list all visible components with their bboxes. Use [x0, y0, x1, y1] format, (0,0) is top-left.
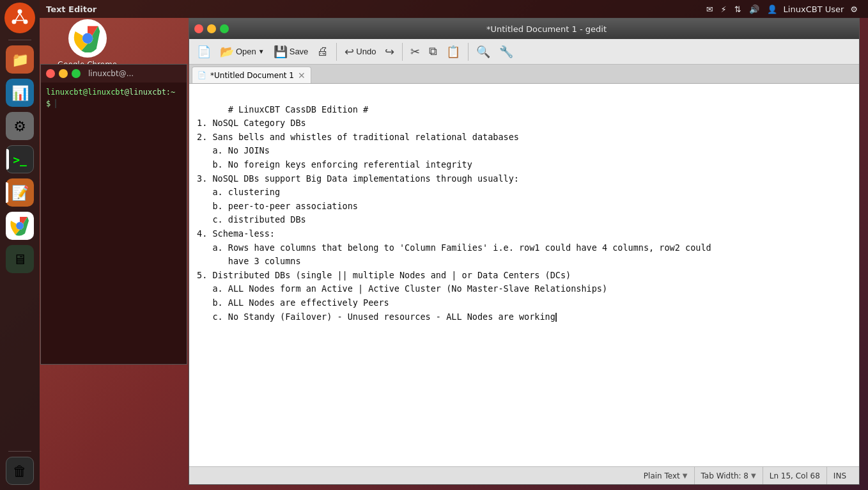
- replace-button[interactable]: 🔧: [495, 42, 517, 62]
- terminal-min-btn[interactable]: [59, 69, 68, 78]
- gedit-max-btn[interactable]: [220, 24, 229, 33]
- redo-button[interactable]: ↪: [381, 42, 398, 62]
- sidebar-item-text-editor[interactable]: 📝: [6, 178, 34, 207]
- terminal-title: linuxcbt@...: [88, 69, 134, 78]
- plain-text-label: Plain Text: [644, 471, 680, 480]
- svg-point-7: [82, 33, 93, 44]
- redo-icon: ↪: [385, 45, 394, 59]
- mode-label: INS: [833, 471, 846, 480]
- tab-width-arrow: ▼: [751, 472, 756, 479]
- undo-button[interactable]: ↩ Undo: [341, 42, 380, 62]
- screen-icon: 🖥: [13, 251, 27, 267]
- gedit-toolbar: 📄 📂 Open ▼ 💾 Save 🖨 ↩ Undo ↪: [189, 39, 859, 65]
- undo-label: Undo: [356, 47, 376, 56]
- print-icon: 🖨: [317, 45, 329, 58]
- statusbar-plain-text[interactable]: Plain Text ▼: [637, 467, 695, 484]
- cut-button[interactable]: ✂: [407, 42, 424, 62]
- print-button[interactable]: 🖨: [313, 42, 332, 62]
- sidebar-item-presentation[interactable]: 📊: [6, 79, 34, 107]
- terminal-window: linuxcbt@... linuxcbt@linuxcbt@linuxcbt:…: [40, 64, 187, 365]
- toolbar-sep-1: [336, 43, 337, 61]
- paste-button[interactable]: 📋: [442, 42, 464, 62]
- files-icon: 📁: [12, 52, 29, 68]
- open-icon: 📂: [220, 45, 234, 59]
- sidebar: 📁 📊 ⚙ >_ 📝: [0, 0, 40, 490]
- sidebar-item-trash[interactable]: 🗑: [6, 457, 34, 485]
- sidebar-item-terminal[interactable]: >_: [6, 145, 34, 173]
- terminal-body: linuxcbt@linuxcbt@linuxcbt:~ $: [41, 83, 187, 113]
- statusbar-right: Plain Text ▼ Tab Width: 8 ▼ Ln 15, Col 6…: [637, 467, 853, 484]
- open-button[interactable]: 📂 Open ▼: [216, 42, 268, 62]
- tray-bluetooth-icon[interactable]: ⚡: [721, 4, 727, 14]
- text-cursor: [555, 313, 557, 322]
- settings-icon: ⚙: [13, 118, 26, 134]
- open-label: Open: [236, 47, 256, 56]
- sidebar-divider-2: [8, 451, 31, 452]
- sidebar-item-ubuntu[interactable]: [4, 3, 35, 33]
- top-tray: Text Editor ✉ ⚡ ⇅ 🔊 👤 LinuxCBT User ⚙: [40, 0, 868, 18]
- sidebar-item-chrome[interactable]: [6, 212, 34, 240]
- plain-text-arrow: ▼: [683, 472, 688, 479]
- tab-width-label: Tab Width: 8: [701, 471, 748, 480]
- tab-file-icon: 📄: [198, 71, 206, 79]
- gedit-content[interactable]: # LinuxCBT CassDB Edition # 1. NoSQL Cat…: [189, 84, 859, 466]
- active-indicator: [6, 149, 9, 170]
- terminal-cursor-prompt: $: [46, 99, 55, 108]
- gedit-titlebar: *Untitled Document 1 - gedit: [189, 19, 859, 39]
- tray-audio-icon[interactable]: ⇅: [734, 4, 741, 14]
- app-name-label: Text Editor: [46, 4, 97, 14]
- gedit-tabs: 📄 *Untitled Document 1 ✕: [189, 65, 859, 84]
- gedit-statusbar: Plain Text ▼ Tab Width: 8 ▼ Ln 15, Col 6…: [189, 466, 859, 484]
- gedit-close-btn[interactable]: [194, 24, 203, 33]
- tray-settings-icon[interactable]: ⚙: [850, 4, 858, 14]
- terminal-close-btn[interactable]: [46, 69, 55, 78]
- copy-icon: ⧉: [429, 45, 437, 58]
- statusbar-tab-width[interactable]: Tab Width: 8 ▼: [695, 467, 763, 484]
- find-button[interactable]: 🔍: [472, 42, 494, 62]
- tray-volume-icon[interactable]: 🔊: [749, 4, 759, 14]
- terminal-cursor: [55, 99, 56, 108]
- new-icon: 📄: [197, 45, 211, 59]
- chrome-desktop-icon[interactable]: Google Chrome: [58, 19, 117, 69]
- chrome-icon: [10, 216, 30, 236]
- terminal-cursor-inline: @linuxcbt:~: [125, 88, 175, 97]
- position-label: Ln 15, Col 68: [770, 471, 820, 480]
- statusbar-mode: INS: [827, 467, 853, 484]
- copy-button[interactable]: ⧉: [425, 42, 441, 62]
- desktop: 📁 📊 ⚙ >_ 📝: [0, 0, 868, 490]
- tray-username[interactable]: LinuxCBT User: [784, 4, 844, 14]
- tab-close-btn[interactable]: ✕: [298, 71, 306, 80]
- sidebar-divider-1: [8, 40, 31, 40]
- ubuntu-logo-icon: [4, 3, 35, 33]
- save-button[interactable]: 💾 Save: [270, 42, 313, 62]
- sidebar-item-screen[interactable]: 🖥: [6, 245, 34, 273]
- save-icon: 💾: [274, 45, 288, 59]
- terminal-prompt: linuxcbt@linuxcbt: [46, 88, 125, 97]
- tray-email-icon[interactable]: ✉: [706, 4, 713, 14]
- trash-icon: 🗑: [13, 463, 27, 479]
- presentation-icon: 📊: [12, 85, 29, 101]
- gedit-tab-1[interactable]: 📄 *Untitled Document 1 ✕: [192, 67, 311, 83]
- cut-icon: ✂: [410, 45, 420, 59]
- replace-icon: 🔧: [499, 45, 513, 59]
- save-label: Save: [290, 47, 309, 56]
- statusbar-position: Ln 15, Col 68: [763, 467, 827, 484]
- toolbar-sep-3: [468, 43, 469, 61]
- app-title-tray: Text Editor: [40, 0, 97, 18]
- tray-user-icon: 👤: [767, 4, 777, 14]
- active-indicator-2: [6, 182, 8, 203]
- open-arrow: ▼: [258, 48, 265, 55]
- sidebar-item-files[interactable]: 📁: [6, 45, 34, 74]
- gedit-min-btn[interactable]: [207, 24, 216, 33]
- paste-icon: 📋: [446, 45, 460, 59]
- toolbar-sep-2: [402, 43, 403, 61]
- sidebar-item-settings[interactable]: ⚙: [6, 112, 34, 140]
- terminal-max-btn[interactable]: [72, 69, 81, 78]
- tab-label: *Untitled Document 1: [210, 71, 294, 80]
- undo-icon: ↩: [345, 45, 354, 59]
- find-icon: 🔍: [476, 45, 490, 59]
- new-button[interactable]: 📄: [193, 42, 215, 62]
- gedit-title: *Untitled Document 1 - gedit: [239, 24, 854, 34]
- gedit-text: # LinuxCBT CassDB Edition # 1. NoSQL Cat…: [197, 104, 711, 322]
- terminal-icon: >_: [13, 153, 27, 166]
